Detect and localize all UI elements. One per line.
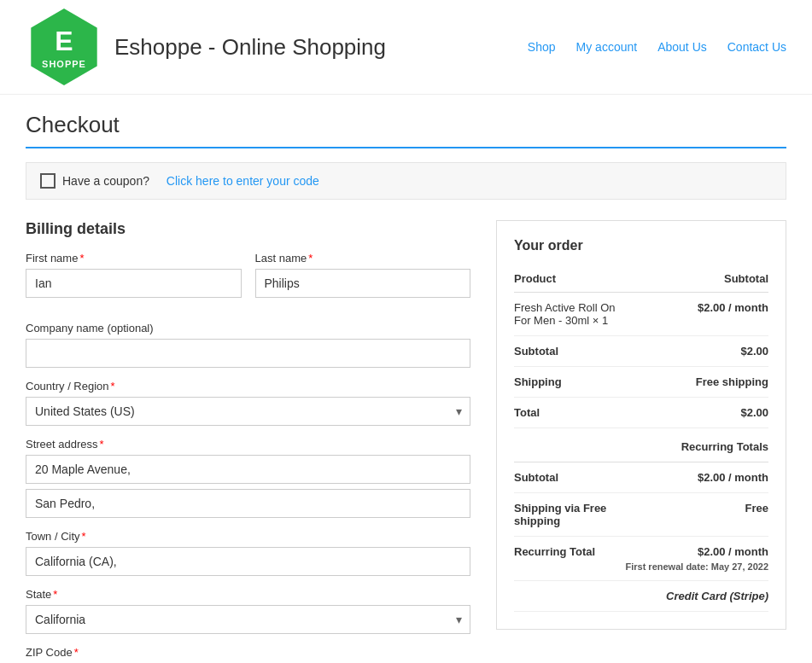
logo-letter: E — [55, 26, 73, 57]
rec-total-value: $2.00 / month — [625, 545, 768, 558]
subtotal-row: Subtotal $2.00 — [514, 336, 768, 367]
state-select[interactable]: California — [26, 605, 470, 634]
last-name-group: Last name* — [255, 252, 471, 298]
state-select-wrap: California — [26, 605, 470, 634]
shipping-row: Shipping Free shipping — [514, 367, 768, 398]
nav-contact-us[interactable]: Contact Us — [727, 40, 786, 54]
street-line1-input[interactable] — [26, 455, 470, 484]
billing-section: Billing details First name* Last name* — [26, 220, 470, 663]
order-summary: Your order Product Subtotal Fresh Active… — [496, 220, 786, 630]
total-row: Total $2.00 — [514, 398, 768, 428]
col-subtotal: Subtotal — [625, 265, 768, 293]
payment-row: Credit Card (Stripe) — [514, 581, 768, 612]
rec-total-cell: $2.00 / month First renewal date: May 27… — [625, 537, 768, 581]
street-label: Street address* — [26, 438, 470, 451]
logo-link[interactable]: E SHOPPE Eshoppe - Online Shopping — [26, 9, 386, 85]
street-group: Street address* — [26, 438, 470, 518]
city-group: Town / City* — [26, 530, 470, 576]
product-name-cell: Fresh Active Roll On For Men - 30ml × 1 — [514, 293, 625, 336]
coupon-icon — [40, 173, 55, 189]
zip-group: ZIP Code* — [26, 646, 470, 663]
total-label: Total — [514, 398, 625, 428]
company-group: Company name (optional) — [26, 322, 470, 368]
rec-total-row: Recurring Total $2.00 / month First rene… — [514, 537, 768, 581]
nav-shop[interactable]: Shop — [528, 40, 556, 54]
street-line2-input[interactable] — [26, 489, 470, 518]
col-product: Product — [514, 265, 625, 293]
order-table: Product Subtotal Fresh Active Roll On Fo… — [514, 265, 768, 612]
city-input[interactable] — [26, 547, 470, 576]
rec-shipping-label: Shipping via Free shipping — [514, 493, 625, 537]
country-select-wrap: United States (US) — [26, 397, 470, 426]
coupon-text: Have a coupon? — [62, 174, 149, 188]
coupon-banner: Have a coupon? Click here to enter your … — [26, 162, 786, 200]
city-label: Town / City* — [26, 530, 470, 543]
shipping-label: Shipping — [514, 367, 625, 398]
first-name-group: First name* — [26, 252, 242, 298]
product-row: Fresh Active Roll On For Men - 30ml × 1 … — [514, 293, 768, 336]
page-title: Checkout — [26, 112, 786, 138]
rec-shipping-value: Free — [625, 493, 768, 537]
country-select[interactable]: United States (US) — [26, 397, 470, 426]
last-name-input[interactable] — [255, 269, 471, 298]
country-label: Country / Region* — [26, 380, 470, 393]
first-name-label: First name* — [26, 252, 242, 265]
zip-label: ZIP Code* — [26, 646, 470, 659]
name-row: First name* Last name* — [26, 252, 470, 310]
company-input[interactable] — [26, 339, 470, 368]
renewal-date: First renewal date: May 27, 2022 — [625, 561, 768, 572]
recurring-header-row: Recurring Totals — [514, 428, 768, 462]
billing-section-title: Billing details — [26, 220, 470, 238]
company-label: Company name (optional) — [26, 322, 470, 334]
country-group: Country / Region* United States (US) — [26, 380, 470, 426]
last-name-label: Last name* — [255, 252, 471, 265]
main-nav: Shop My account About Us Contact Us — [528, 40, 786, 54]
state-group: State* California — [26, 588, 470, 634]
total-value: $2.00 — [625, 398, 768, 428]
logo-hexagon: E SHOPPE — [26, 9, 102, 85]
shipping-value: Free shipping — [625, 367, 768, 398]
payment-label: Credit Card (Stripe) — [514, 581, 768, 612]
state-label: State* — [26, 588, 470, 601]
logo-sub-text: SHOPPE — [42, 59, 86, 69]
page-title-divider — [26, 147, 786, 148]
nav-about-us[interactable]: About Us — [657, 40, 707, 54]
order-title: Your order — [514, 238, 768, 253]
rec-shipping-row: Shipping via Free shipping Free — [514, 493, 768, 537]
product-price-cell: $2.00 / month — [625, 293, 768, 336]
first-name-input[interactable] — [26, 269, 242, 298]
checkout-layout: Billing details First name* Last name* — [26, 220, 786, 663]
rec-total-label: Recurring Total — [514, 537, 625, 581]
rec-subtotal-row: Subtotal $2.00 / month — [514, 462, 768, 493]
nav-my-account[interactable]: My account — [576, 40, 638, 54]
subtotal-value: $2.00 — [625, 336, 768, 367]
header: E SHOPPE Eshoppe - Online Shopping Shop … — [0, 0, 812, 95]
coupon-link[interactable]: Click here to enter your code — [166, 174, 319, 188]
recurring-header: Recurring Totals — [514, 428, 768, 462]
order-table-header: Product Subtotal — [514, 265, 768, 293]
subtotal-label: Subtotal — [514, 336, 625, 367]
rec-subtotal-value: $2.00 / month — [625, 462, 768, 493]
page-content: Checkout Have a coupon? Click here to en… — [0, 95, 812, 663]
rec-subtotal-label: Subtotal — [514, 462, 625, 493]
site-title: Eshoppe - Online Shopping — [114, 34, 386, 61]
